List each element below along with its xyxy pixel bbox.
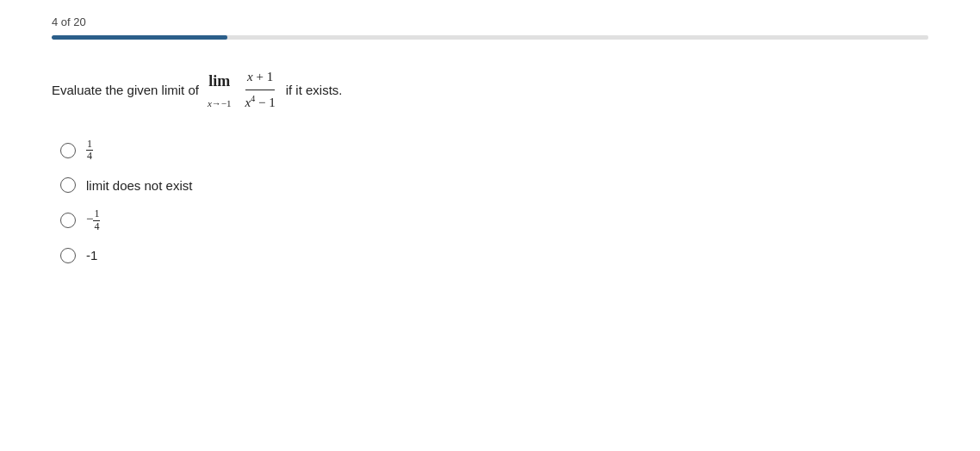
option-2-label: limit does not exist (86, 178, 192, 193)
question-prefix: Evaluate the given limit of (52, 78, 199, 102)
option-3[interactable]: − 1 4 (60, 208, 928, 232)
question-suffix: if it exists. (286, 78, 343, 102)
progress-label: 4 of 20 (52, 15, 928, 28)
progress-section: 4 of 20 (0, 0, 980, 40)
fraction-denominator: x4 − 1 (244, 90, 277, 114)
limit-fraction: x + 1 x4 − 1 (244, 65, 277, 114)
radio-option-4[interactable] (60, 248, 76, 263)
radio-option-2[interactable] (60, 177, 76, 193)
lim-block: lim x→−1 (208, 67, 232, 112)
option-3-fraction: 1 4 (93, 208, 100, 232)
radio-option-1[interactable] (60, 143, 76, 158)
option-3-label: − 1 4 (86, 208, 100, 232)
option-1-fraction: 1 4 (86, 139, 93, 162)
question-text: Evaluate the given limit of lim x→−1 x +… (52, 65, 928, 114)
option-4[interactable]: -1 (60, 248, 928, 263)
option-4-label: -1 (86, 248, 97, 263)
option-2[interactable]: limit does not exist (60, 177, 928, 193)
option-1[interactable]: 1 4 (60, 139, 928, 162)
options-list: 1 4 limit does not exist − 1 4 -1 (52, 139, 928, 263)
question-section: Evaluate the given limit of lim x→−1 x +… (0, 40, 980, 281)
lim-subscript: x→−1 (208, 96, 232, 113)
radio-option-3[interactable] (60, 213, 76, 228)
lim-label: lim (208, 67, 230, 95)
option-1-label: 1 4 (86, 139, 93, 162)
fraction-numerator: x + 1 (245, 65, 275, 90)
